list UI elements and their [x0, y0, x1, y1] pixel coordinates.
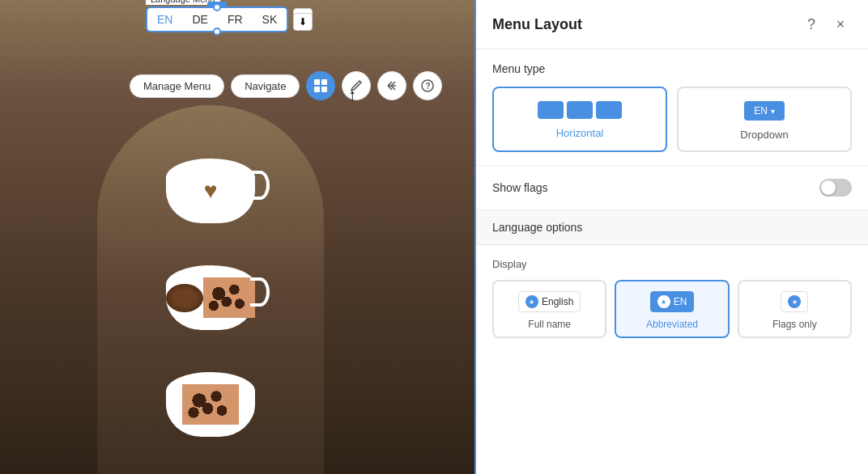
- lang-tab-en[interactable]: EN: [157, 13, 172, 26]
- language-menu-container: Language Menu EN DE FR SK ⬇ ⬇: [146, 6, 288, 32]
- show-flags-row: Show flags −: [476, 166, 868, 210]
- display-label: Display: [492, 258, 852, 270]
- svg-rect-2: [314, 87, 320, 92]
- h-tab-3: [596, 101, 622, 119]
- horizontal-card[interactable]: Horizontal: [492, 87, 667, 152]
- display-option-full-name[interactable]: ★ English Full name: [492, 280, 606, 338]
- full-name-text: English: [542, 296, 573, 307]
- flags-only-label: Flags only: [772, 319, 817, 330]
- abbreviated-label: Abbreviated: [646, 319, 698, 330]
- menu-type-label: Menu type: [492, 62, 852, 75]
- lang-options-header: Language options: [476, 210, 868, 245]
- right-panel: Menu Layout ? × Menu type Horizontal: [474, 0, 868, 474]
- display-option-flags-only[interactable]: ★ Flags only: [738, 280, 852, 338]
- toggle-knob: [821, 180, 836, 195]
- panel-content: Menu type Horizontal EN: [476, 49, 868, 474]
- dd-text: EN: [754, 105, 768, 116]
- flags-only-preview: ★: [781, 291, 808, 312]
- beans-cup: [166, 372, 255, 437]
- layout-icon: [313, 78, 328, 93]
- panel-help-button[interactable]: ?: [800, 13, 823, 36]
- abbreviated-preview: ★ EN: [650, 291, 695, 312]
- dd-arrow-icon: ▾: [771, 107, 775, 116]
- star-flags: ★: [792, 298, 798, 306]
- latte-cup: [166, 159, 255, 223]
- back-icon-button[interactable]: [377, 71, 406, 100]
- dropdown-preview: EN ▾: [744, 101, 785, 121]
- panel-title: Menu Layout: [492, 16, 582, 33]
- manage-menu-button[interactable]: Manage Menu: [130, 74, 224, 98]
- pen-icon-button[interactable]: [342, 71, 371, 100]
- display-option-abbreviated[interactable]: ★ EN Abbreviated: [615, 280, 729, 338]
- horizontal-label: Horizontal: [556, 127, 604, 139]
- panel-close-button[interactable]: ×: [829, 13, 852, 36]
- language-menu-bar[interactable]: EN DE FR SK ⬇ ⬇: [146, 6, 288, 32]
- dropdown-label: Dropdown: [740, 129, 788, 141]
- panel-header: Menu Layout ? ×: [476, 0, 868, 49]
- help-icon-button[interactable]: ?: [413, 71, 442, 100]
- full-name-label: Full name: [528, 319, 571, 330]
- espresso-cup: [166, 265, 255, 330]
- show-flags-toggle[interactable]: −: [819, 179, 852, 197]
- abbreviated-text: EN: [674, 296, 687, 307]
- dropdown-preview-btn: EN ▾: [744, 101, 785, 121]
- lang-options-title: Language options: [492, 221, 582, 234]
- download-btn-bottom[interactable]: ⬇: [293, 13, 313, 31]
- dropdown-card[interactable]: EN ▾ Dropdown: [677, 87, 852, 152]
- menu-type-grid: Horizontal EN ▾ Dropdown: [492, 87, 852, 152]
- full-name-preview: ★ English: [518, 291, 581, 312]
- star-full: ★: [529, 298, 534, 306]
- svg-rect-1: [321, 79, 327, 85]
- lang-tab-fr[interactable]: FR: [228, 13, 243, 26]
- lang-tab-de[interactable]: DE: [192, 13, 207, 26]
- full-name-flag-icon: ★: [525, 295, 538, 308]
- pen-icon: [350, 79, 363, 92]
- abbreviated-flag-icon: ★: [657, 295, 670, 308]
- arch-decoration: [97, 105, 324, 474]
- svg-text:?: ?: [426, 82, 431, 91]
- canvas-toolbar: Manage Menu Navigate ?: [130, 71, 442, 100]
- h-tab-2: [567, 101, 593, 119]
- show-flags-label: Show flags: [492, 181, 547, 194]
- horizontal-preview: [538, 101, 622, 119]
- navigate-button[interactable]: Navigate: [231, 74, 300, 98]
- layout-icon-button[interactable]: [306, 71, 335, 100]
- resize-handle-top[interactable]: [213, 3, 221, 11]
- back-icon: [385, 79, 398, 92]
- panel-header-icons: ? ×: [800, 13, 852, 36]
- lang-tab-sk[interactable]: SK: [262, 13, 278, 26]
- menu-type-section: Menu type Horizontal EN: [476, 49, 868, 166]
- canvas-area: Language Menu EN DE FR SK ⬇ ⬇ Manage Men…: [0, 0, 474, 474]
- flags-only-flag-icon: ★: [788, 295, 801, 308]
- display-section: Display ★ English Full name: [476, 245, 868, 351]
- svg-rect-3: [321, 87, 327, 92]
- resize-handle-bottom[interactable]: [213, 28, 221, 36]
- display-options-grid: ★ English Full name ★ EN Abbreviated: [492, 280, 852, 338]
- svg-rect-0: [314, 79, 320, 85]
- help-icon: ?: [421, 79, 434, 92]
- h-tab-1: [538, 101, 564, 119]
- star-abbreviated: ★: [661, 298, 666, 306]
